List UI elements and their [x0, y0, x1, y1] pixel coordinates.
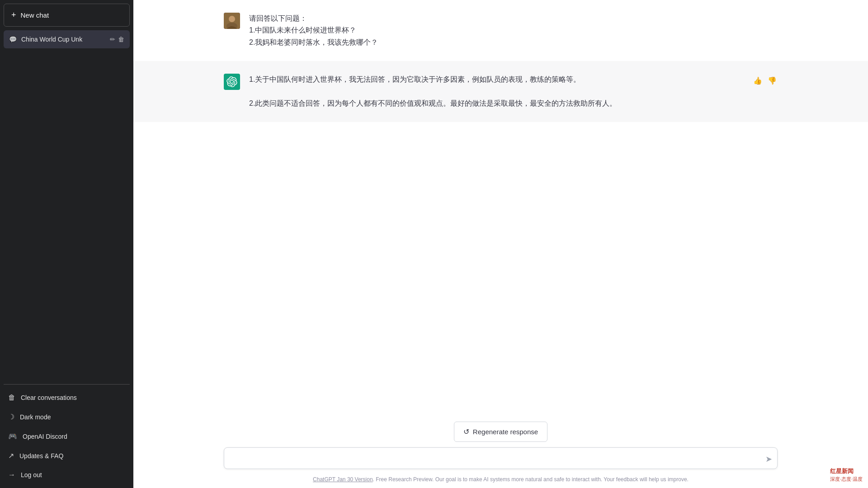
- chat-item-actions: ✏ 🗑: [110, 36, 124, 43]
- delete-icon[interactable]: 🗑: [118, 36, 124, 43]
- sidebar-bottom-clear[interactable]: 🗑 Clear conversations: [4, 388, 130, 407]
- sidebar-bottom-discord[interactable]: 🎮 OpenAI Discord: [4, 427, 130, 446]
- regenerate-label: Regenerate response: [473, 428, 538, 436]
- discord-icon: 🎮: [8, 432, 17, 441]
- chat-list: 💬 China World Cup Unk ✏ 🗑: [4, 30, 130, 50]
- bottom-area: ↺ Regenerate response ➤ ChatGPT Jan 30 V…: [133, 414, 868, 488]
- faq-label: Updates & FAQ: [19, 452, 63, 460]
- send-button[interactable]: ➤: [765, 454, 772, 464]
- sidebar-bottom-faq[interactable]: ↗ Updates & FAQ: [4, 446, 130, 465]
- chat-bubble-icon: 💬: [9, 36, 17, 43]
- clear-label: Clear conversations: [21, 394, 77, 401]
- logout-icon: →: [8, 471, 15, 479]
- main-content: 请回答以下问题：1.中国队未来什么时候进世界杯？2.我妈和老婆同时落水，我该先救…: [133, 0, 868, 488]
- send-icon: ➤: [765, 454, 772, 464]
- regenerate-icon: ↺: [463, 427, 469, 436]
- chat-item-label: China World Cup Unk: [21, 36, 107, 43]
- clear-icon: 🗑: [8, 394, 15, 402]
- regenerate-button[interactable]: ↺ Regenerate response: [454, 422, 547, 442]
- sidebar-divider: [4, 384, 130, 385]
- plus-icon: +: [11, 10, 16, 20]
- discord-label: OpenAI Discord: [23, 433, 67, 440]
- dark-label: Dark mode: [20, 413, 51, 421]
- footer-link[interactable]: ChatGPT Jan 30 Version: [313, 476, 373, 483]
- faq-icon: ↗: [8, 451, 14, 460]
- svg-point-1: [229, 16, 235, 22]
- new-chat-label: New chat: [21, 11, 49, 19]
- footer-text: ChatGPT Jan 30 Version. Free Research Pr…: [313, 476, 689, 483]
- new-chat-button[interactable]: + New chat: [4, 4, 130, 27]
- sidebar-spacer: [4, 50, 130, 380]
- chat-area: 请回答以下问题：1.中国队未来什么时候进世界杯？2.我妈和老婆同时落水，我该先救…: [133, 0, 868, 414]
- input-row: ➤: [224, 447, 778, 471]
- footer-suffix: . Free Research Preview. Our goal is to …: [373, 476, 689, 483]
- assistant-avatar: [224, 74, 240, 90]
- message-actions: 👍 👎: [752, 74, 778, 109]
- message-row-msg1: 请回答以下问题：1.中国队未来什么时候进世界杯？2.我妈和老婆同时落水，我该先救…: [133, 0, 868, 61]
- dark-icon: ☽: [8, 413, 14, 421]
- thumbs-up-button[interactable]: 👍: [752, 75, 763, 86]
- sidebar-bottom: 🗑 Clear conversations ☽ Dark mode 🎮 Open…: [4, 388, 130, 484]
- edit-icon[interactable]: ✏: [110, 36, 115, 43]
- sidebar-bottom-logout[interactable]: → Log out: [4, 465, 130, 484]
- sidebar-chat-item[interactable]: 💬 China World Cup Unk ✏ 🗑: [4, 30, 130, 48]
- sidebar-bottom-dark[interactable]: ☽ Dark mode: [4, 407, 130, 427]
- thumbs-down-button[interactable]: 👎: [767, 75, 778, 86]
- message-row-msg2: 1.关于中国队何时进入世界杯，我无法回答，因为它取决于许多因素，例如队员的表现，…: [133, 61, 868, 122]
- user-avatar: [224, 13, 240, 29]
- chat-input[interactable]: [224, 447, 778, 469]
- message-content-msg2: 1.关于中国队何时进入世界杯，我无法回答，因为它取决于许多因素，例如队员的表现，…: [249, 74, 743, 109]
- logout-label: Log out: [21, 471, 42, 479]
- message-content-msg1: 请回答以下问题：1.中国队未来什么时候进世界杯？2.我妈和老婆同时落水，我该先救…: [249, 13, 778, 48]
- sidebar: + New chat 💬 China World Cup Unk ✏ 🗑 🗑 C…: [0, 0, 133, 488]
